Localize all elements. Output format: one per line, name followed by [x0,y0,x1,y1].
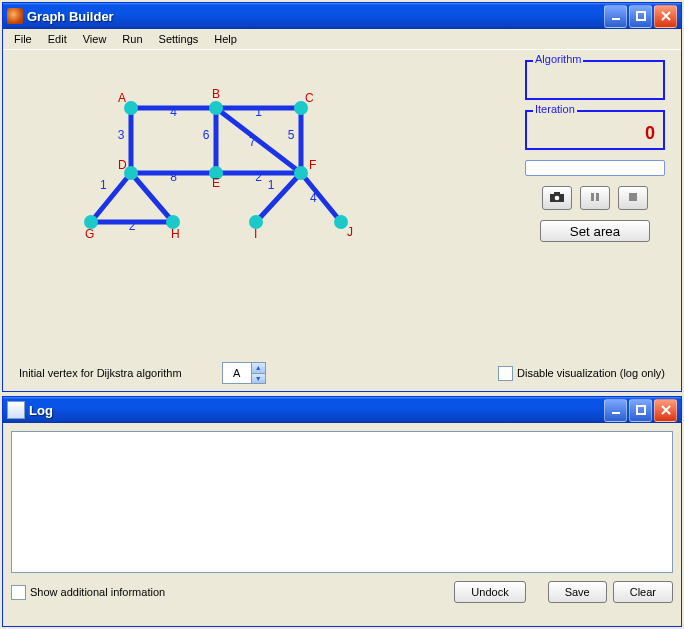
edge-weight: 3 [118,128,125,142]
snapshot-button[interactable] [542,186,572,210]
main-titlebar[interactable]: Graph Builder [3,3,681,29]
log-textarea[interactable] [11,431,673,573]
svg-rect-7 [629,193,637,201]
camera-icon [549,191,565,205]
algorithm-box: Algorithm [525,60,665,100]
node-label: E [212,176,220,190]
save-button[interactable]: Save [548,581,607,603]
edge-weight: 5 [288,128,295,142]
stop-button[interactable] [618,186,648,210]
svg-rect-1 [637,12,645,20]
edge-weight: 4 [310,191,317,205]
spinner-up-icon[interactable]: ▲ [251,363,265,374]
right-panel: Algorithm Iteration 0 Set area [525,60,665,242]
node-label: G [85,227,94,241]
node-label: A [118,91,126,105]
pause-icon [590,192,600,204]
pause-button[interactable] [580,186,610,210]
disable-visualization-label: Disable visualization (log only) [517,367,665,379]
menu-settings[interactable]: Settings [152,31,206,47]
edge[interactable] [131,173,173,222]
iteration-legend: Iteration [533,103,577,115]
menu-view[interactable]: View [76,31,114,47]
set-area-button[interactable]: Set area [540,220,650,242]
edge[interactable] [256,173,301,222]
node-label: I [254,227,257,241]
svg-rect-5 [591,193,594,201]
edge-weight: 2 [255,170,262,184]
algorithm-legend: Algorithm [533,53,583,65]
edge-weight: 4 [170,105,177,119]
edge-weight: 8 [170,170,177,184]
node-label: D [118,158,127,172]
edge-weight: 1 [255,105,262,119]
clear-button[interactable]: Clear [613,581,673,603]
menu-help[interactable]: Help [207,31,244,47]
minimize-button[interactable] [604,5,627,28]
edge-weight: 1 [268,178,275,192]
edge-weight: 1 [100,178,107,192]
log-close-button[interactable] [654,399,677,422]
main-title: Graph Builder [27,9,604,24]
log-maximize-button[interactable] [629,399,652,422]
menu-run[interactable]: Run [115,31,149,47]
menu-file[interactable]: File [7,31,39,47]
edge[interactable] [91,173,131,222]
log-titlebar[interactable]: Log [3,397,681,423]
maximize-button[interactable] [629,5,652,28]
initial-vertex-label: Initial vertex for Dijkstra algorithm [19,367,182,379]
initial-vertex-spinner[interactable]: ▲▼ [222,362,266,384]
graph-canvas[interactable]: 413675821214ABCDEFGHIJ [11,60,411,350]
iteration-box: Iteration 0 [525,110,665,150]
node-J[interactable] [334,215,348,229]
log-title: Log [29,403,604,418]
undock-button[interactable]: Undock [454,581,525,603]
show-additional-label: Show additional information [30,586,165,598]
node-label: H [171,227,180,241]
checkbox-icon [11,585,26,600]
edge-weight: 2 [129,219,136,233]
disable-visualization-checkbox[interactable]: Disable visualization (log only) [498,366,665,381]
spinner-down-icon[interactable]: ▼ [251,374,265,384]
close-button[interactable] [654,5,677,28]
stop-icon [628,192,638,204]
edge[interactable] [301,173,341,222]
svg-point-4 [555,196,560,201]
document-icon [7,401,25,419]
edge-weight: 7 [249,135,256,149]
log-minimize-button[interactable] [604,399,627,422]
progress-bar [525,160,665,176]
iteration-value: 0 [645,123,655,144]
app-icon [7,8,23,24]
log-window: Log Show additional information Undock S… [2,396,682,627]
menu-edit[interactable]: Edit [41,31,74,47]
edge-weight: 6 [203,128,210,142]
initial-vertex-input[interactable] [223,363,251,383]
show-additional-checkbox[interactable]: Show additional information [11,585,165,600]
node-label: B [212,87,220,101]
svg-rect-3 [554,192,560,195]
menubar: FileEditViewRunSettingsHelp [3,29,681,50]
main-window: Graph Builder FileEditViewRunSettingsHel… [2,2,682,392]
node-A[interactable] [124,101,138,115]
node-label: F [309,158,316,172]
svg-rect-6 [596,193,599,201]
node-label: C [305,91,314,105]
node-F[interactable] [294,166,308,180]
checkbox-icon [498,366,513,381]
svg-rect-9 [637,406,645,414]
node-label: J [347,225,353,239]
node-B[interactable] [209,101,223,115]
